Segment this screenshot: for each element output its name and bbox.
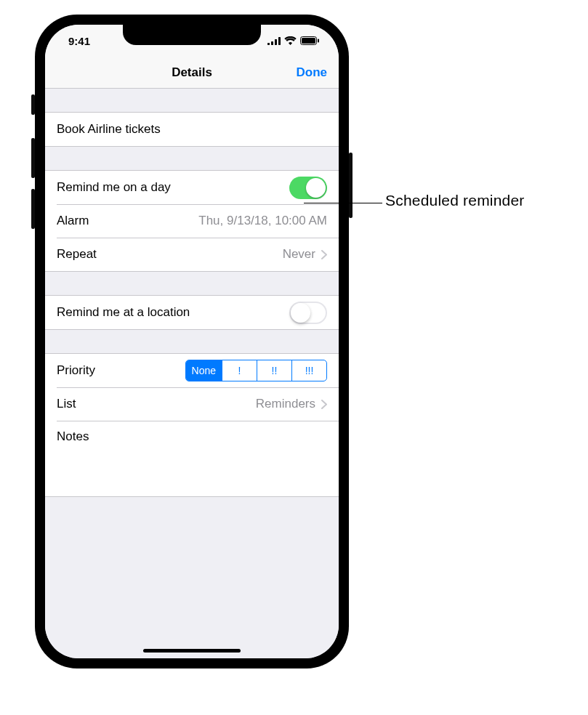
priority-medium[interactable]: !! (257, 360, 291, 381)
notes-label: Notes (57, 429, 89, 444)
remind-day-cell[interactable]: Remind me on a day (45, 171, 339, 204)
status-indicators (267, 36, 320, 45)
alarm-label: Alarm (57, 214, 89, 228)
day-group: Remind me on a day Alarm Thu, 9/13/18, 1… (45, 170, 339, 272)
priority-none[interactable]: None (186, 360, 222, 381)
home-indicator[interactable] (143, 649, 241, 653)
repeat-label: Repeat (57, 247, 97, 262)
reminder-title-cell[interactable]: Book Airline tickets (45, 113, 339, 146)
chevron-right-icon (321, 400, 327, 409)
side-button (349, 153, 353, 218)
svg-rect-3 (278, 37, 281, 45)
priority-low[interactable]: ! (222, 360, 257, 381)
svg-rect-6 (318, 39, 319, 43)
priority-segmented[interactable]: None ! !! !!! (185, 360, 327, 381)
repeat-cell[interactable]: Repeat Never (45, 238, 339, 271)
remind-day-label: Remind me on a day (57, 180, 171, 195)
wifi-icon (284, 36, 297, 45)
svg-rect-0 (267, 43, 270, 45)
svg-rect-1 (271, 41, 273, 45)
priority-label: Priority (57, 363, 95, 378)
done-button[interactable]: Done (297, 65, 328, 80)
notch (123, 25, 261, 45)
priority-high[interactable]: !!! (291, 360, 326, 381)
remind-day-toggle[interactable] (289, 177, 327, 199)
svg-rect-2 (275, 39, 277, 45)
reminder-title: Book Airline tickets (57, 122, 161, 137)
remind-location-toggle[interactable] (289, 302, 327, 324)
alarm-value: Thu, 9/13/18, 10:00 AM (89, 214, 327, 228)
remind-location-label: Remind me at a location (57, 305, 190, 320)
nav-title: Details (172, 65, 212, 80)
title-group: Book Airline tickets (45, 112, 339, 147)
battery-icon (300, 36, 320, 45)
remind-location-cell[interactable]: Remind me at a location (45, 296, 339, 329)
list-label: List (57, 397, 76, 411)
svg-rect-5 (302, 38, 315, 44)
cellular-icon (267, 37, 281, 45)
list-value: Reminders (76, 397, 315, 411)
alarm-cell[interactable]: Alarm Thu, 9/13/18, 10:00 AM (45, 204, 339, 238)
mute-switch (31, 94, 35, 115)
content-area: Book Airline tickets Remind me on a day … (45, 89, 339, 658)
priority-group: Priority None ! !! !!! List Reminders (45, 353, 339, 497)
chevron-right-icon (321, 250, 327, 259)
callout-label: Scheduled reminder (385, 192, 525, 209)
iphone-frame: 9:41 Details Done Book Airline tickets (35, 15, 349, 668)
volume-up-button (31, 138, 35, 178)
notes-cell[interactable]: Notes (45, 421, 339, 496)
screen: 9:41 Details Done Book Airline tickets (45, 25, 339, 658)
callout-line (304, 203, 382, 203)
status-time: 9:41 (68, 35, 90, 47)
priority-cell: Priority None ! !! !!! (45, 354, 339, 387)
volume-down-button (31, 189, 35, 229)
location-group: Remind me at a location (45, 295, 339, 330)
navigation-bar: Details Done (45, 57, 339, 89)
list-cell[interactable]: List Reminders (45, 387, 339, 421)
repeat-value: Never (97, 247, 315, 262)
